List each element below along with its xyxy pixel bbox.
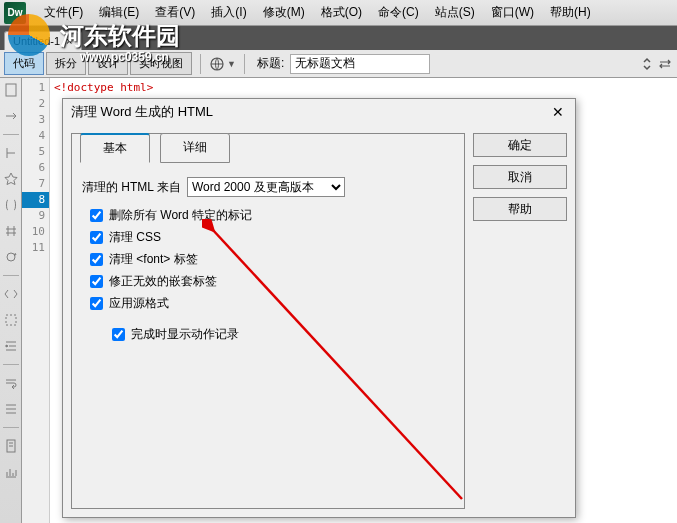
document-icon[interactable] — [3, 82, 19, 98]
number-icon[interactable] — [3, 223, 19, 239]
menu-window[interactable]: 窗口(W) — [483, 1, 542, 24]
dialog-titlebar: 清理 Word 生成的 HTML ✕ — [63, 99, 575, 125]
close-icon[interactable]: ✕ — [549, 103, 567, 121]
indent-icon[interactable] — [3, 338, 19, 354]
tab-detailed[interactable]: 详细 — [160, 133, 230, 163]
exchange-icon[interactable] — [657, 56, 673, 72]
menu-format[interactable]: 格式(O) — [313, 1, 370, 24]
star-icon[interactable] — [3, 171, 19, 187]
dialog-buttons: 确定 取消 帮助 — [473, 133, 567, 509]
menu-command[interactable]: 命令(C) — [370, 1, 427, 24]
globe-icon[interactable] — [209, 56, 225, 72]
line-number: 4 — [22, 128, 45, 144]
view-code-button[interactable]: 代码 — [4, 52, 44, 75]
document-toolbar: 代码 拆分 设计 实时视图 ▼ 标题: — [0, 50, 677, 78]
line-number: 10 — [22, 224, 45, 240]
selection-icon[interactable] — [3, 312, 19, 328]
list-icon[interactable] — [3, 401, 19, 417]
line-number: 2 — [22, 96, 45, 112]
source-label: 清理的 HTML 来自 — [82, 179, 181, 196]
line-number: 3 — [22, 112, 45, 128]
view-split-button[interactable]: 拆分 — [46, 52, 86, 75]
view-design-button[interactable]: 设计 — [88, 52, 128, 75]
check-cleanup-font-label: 清理 <font> 标签 — [109, 251, 198, 268]
line-number-active: 8 — [22, 192, 49, 208]
check-remove-word[interactable] — [90, 209, 103, 222]
ok-button[interactable]: 确定 — [473, 133, 567, 157]
updown-icon[interactable] — [639, 56, 655, 72]
brackets-icon[interactable] — [3, 197, 19, 213]
svg-line-4 — [212, 229, 462, 499]
svg-rect-1 — [6, 84, 16, 96]
check-fix-nesting-label: 修正无效的嵌套标签 — [109, 273, 217, 290]
title-input[interactable] — [290, 54, 430, 74]
cancel-button[interactable]: 取消 — [473, 165, 567, 189]
line-number: 5 — [22, 144, 45, 160]
code-toolbar — [0, 78, 22, 523]
check-show-log[interactable] — [112, 328, 125, 341]
line-number: 9 — [22, 208, 45, 224]
menu-site[interactable]: 站点(S) — [427, 1, 483, 24]
check-apply-format[interactable] — [90, 297, 103, 310]
menu-edit[interactable]: 编辑(E) — [91, 1, 147, 24]
help-button[interactable]: 帮助 — [473, 197, 567, 221]
line-number: 11 — [22, 240, 45, 256]
check-show-log-label: 完成时显示动作记录 — [131, 326, 239, 343]
collapse-icon[interactable] — [3, 145, 19, 161]
tag-icon[interactable] — [3, 286, 19, 302]
divider — [244, 54, 245, 74]
app-logo: Dw — [4, 2, 26, 24]
cleanup-dialog: 清理 Word 生成的 HTML ✕ 基本 详细 清理的 HTML 来自 Wor… — [62, 98, 576, 518]
check-cleanup-css-label: 清理 CSS — [109, 229, 161, 246]
line-number: 7 — [22, 176, 45, 192]
check-cleanup-font[interactable] — [90, 253, 103, 266]
menu-help[interactable]: 帮助(H) — [542, 1, 599, 24]
menu-insert[interactable]: 插入(I) — [203, 1, 254, 24]
wrap-icon[interactable] — [3, 375, 19, 391]
divider — [200, 54, 201, 74]
menu-file[interactable]: 文件(F) — [36, 1, 91, 24]
dialog-title: 清理 Word 生成的 HTML — [71, 103, 213, 121]
page-icon[interactable] — [3, 438, 19, 454]
check-apply-format-label: 应用源格式 — [109, 295, 169, 312]
tab-close-button[interactable]: × — [66, 35, 72, 47]
dialog-tabs: 基本 详细 — [72, 133, 464, 163]
chart-icon[interactable] — [3, 464, 19, 480]
line-number: 1 — [22, 80, 45, 96]
svg-rect-2 — [6, 315, 16, 325]
menu-view[interactable]: 查看(V) — [147, 1, 203, 24]
code-line: <!doctype html> — [54, 81, 153, 94]
title-label: 标题: — [257, 55, 284, 72]
tab-name: Untitled-1 — [13, 35, 60, 47]
check-remove-word-label: 删除所有 Word 特定的标记 — [109, 207, 252, 224]
arrow-icon[interactable] — [3, 108, 19, 124]
line-gutter: 1 2 3 4 5 6 7 8 9 10 11 — [22, 78, 50, 523]
dialog-content-panel: 基本 详细 清理的 HTML 来自 Word 2000 及更高版本 删除所有 W… — [71, 133, 465, 509]
source-select[interactable]: Word 2000 及更高版本 — [187, 177, 345, 197]
refresh-icon[interactable] — [3, 249, 19, 265]
tab-basic[interactable]: 基本 — [80, 133, 150, 163]
check-cleanup-css[interactable] — [90, 231, 103, 244]
menu-bar: Dw 文件(F) 编辑(E) 查看(V) 插入(I) 修改(M) 格式(O) 命… — [0, 0, 677, 26]
check-fix-nesting[interactable] — [90, 275, 103, 288]
line-number: 6 — [22, 160, 45, 176]
document-tab-bar: Untitled-1 × — [0, 26, 677, 50]
document-tab[interactable]: Untitled-1 × — [4, 31, 82, 50]
menu-modify[interactable]: 修改(M) — [255, 1, 313, 24]
view-live-button[interactable]: 实时视图 — [130, 52, 192, 75]
